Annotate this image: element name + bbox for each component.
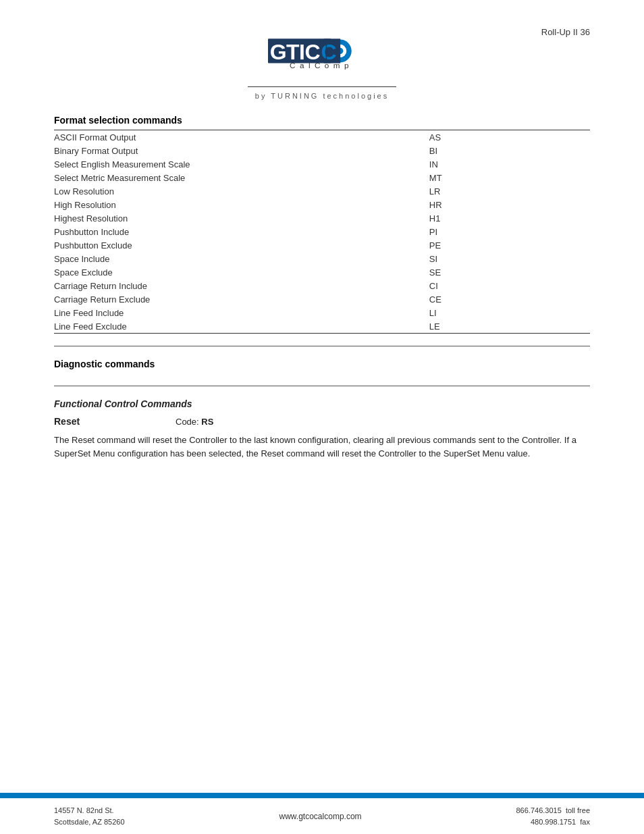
table-row: Space Exclude SE bbox=[54, 265, 590, 279]
footer-phone-fax-number: 480.998.1751 bbox=[531, 818, 576, 826]
cmd-label: Line Feed Include bbox=[54, 306, 429, 319]
cmd-label: Carriage Return Include bbox=[54, 279, 429, 292]
cmd-label: Select Metric Measurement Scale bbox=[54, 171, 429, 184]
divider-after-format bbox=[54, 346, 590, 346]
cmd-label: Select English Measurement Scale bbox=[54, 157, 429, 171]
footer-phone-main-number: 866.746.3015 bbox=[516, 806, 562, 814]
table-row: Select English Measurement Scale IN bbox=[54, 157, 590, 171]
footer-phone-main: 866.746.3015 toll free bbox=[516, 805, 591, 816]
cmd-label: Pushbutton Exclude bbox=[54, 238, 429, 252]
cmd-label: High Resolution bbox=[54, 198, 429, 211]
footer-phone-fax: 480.998.1751 fax bbox=[516, 816, 591, 828]
table-row: Low Resolution LR bbox=[54, 184, 590, 198]
cmd-code: BI bbox=[429, 144, 590, 157]
diagnostic-section: Diagnostic commands bbox=[54, 359, 590, 373]
table-row: ASCII Format Output AS bbox=[54, 130, 590, 145]
table-row: Binary Format Output BI bbox=[54, 144, 590, 157]
footer-address: 14557 N. 82nd St. Scottsdale, AZ 85260 bbox=[54, 805, 125, 827]
reset-row: Reset Code: RS bbox=[54, 416, 590, 427]
cmd-code: H1 bbox=[429, 211, 590, 225]
footer-website: www.gtcocalcomp.com bbox=[279, 812, 362, 821]
cmd-code: MT bbox=[429, 171, 590, 184]
table-row: Line Feed Exclude LE bbox=[54, 319, 590, 334]
cmd-label: Line Feed Exclude bbox=[54, 319, 429, 334]
cmd-code: IN bbox=[429, 157, 590, 171]
cmd-label: Low Resolution bbox=[54, 184, 429, 198]
footer-address-line1: 14557 N. 82nd St. bbox=[54, 805, 125, 816]
footer-blue-bar bbox=[0, 793, 644, 798]
diagnostic-section-title: Diagnostic commands bbox=[54, 359, 590, 369]
cmd-code: SE bbox=[429, 265, 590, 279]
cmd-label: Binary Format Output bbox=[54, 144, 429, 157]
page-number: Roll-Up II 36 bbox=[541, 27, 590, 37]
table-row: Pushbutton Exclude PE bbox=[54, 238, 590, 252]
cmd-code: LI bbox=[429, 306, 590, 319]
format-commands-table: ASCII Format Output AS Binary Format Out… bbox=[54, 130, 590, 334]
cmd-label: ASCII Format Output bbox=[54, 130, 429, 145]
cmd-label: Pushbutton Include bbox=[54, 225, 429, 238]
table-row: Carriage Return Exclude CE bbox=[54, 292, 590, 306]
logo-divider bbox=[248, 86, 396, 87]
reset-code-value: RS bbox=[201, 417, 213, 427]
footer-bar: 14557 N. 82nd St. Scottsdale, AZ 85260 w… bbox=[0, 798, 644, 834]
cmd-code: AS bbox=[429, 130, 590, 145]
page: Roll-Up II 36 GTICCC a l C o m p by TURN… bbox=[0, 0, 644, 834]
table-row: High Resolution HR bbox=[54, 198, 590, 211]
cmd-label: Carriage Return Exclude bbox=[54, 292, 429, 306]
content: Roll-Up II 36 GTICCC a l C o m p by TURN… bbox=[0, 0, 644, 793]
logo-tagline: by TURNING technologies bbox=[255, 92, 389, 100]
cmd-code: CE bbox=[429, 292, 590, 306]
footer-phone: 866.746.3015 toll free 480.998.1751 fax bbox=[516, 805, 591, 827]
table-row: Space Include SI bbox=[54, 252, 590, 265]
cmd-code: PI bbox=[429, 225, 590, 238]
cmd-code: LR bbox=[429, 184, 590, 198]
reset-description: The Reset command will reset the Control… bbox=[54, 434, 590, 461]
footer-phone-main-label: toll free bbox=[566, 806, 590, 814]
cmd-code: LE bbox=[429, 319, 590, 334]
table-row: Pushbutton Include PI bbox=[54, 225, 590, 238]
cmd-code: PE bbox=[429, 238, 590, 252]
format-selection-section: Format selection commands ASCII Format O… bbox=[54, 115, 590, 334]
cmd-code: SI bbox=[429, 252, 590, 265]
footer-phone-fax-label: fax bbox=[580, 818, 590, 826]
cmd-label: Space Exclude bbox=[54, 265, 429, 279]
table-row: Line Feed Include LI bbox=[54, 306, 590, 319]
functional-section: Functional Control Commands Reset Code: … bbox=[54, 398, 590, 471]
table-row: Highest Resolution H1 bbox=[54, 211, 590, 225]
table-row: Select Metric Measurement Scale MT bbox=[54, 171, 590, 184]
reset-code: Code: RS bbox=[176, 417, 213, 427]
gtco-calcomp-logo: GTICCC a l C o m p bbox=[268, 27, 376, 81]
cmd-label: Highest Resolution bbox=[54, 211, 429, 225]
logo-area: GTICCC a l C o m p by TURNING technologi… bbox=[54, 27, 590, 100]
svg-text:C a l C o m p: C a l C o m p bbox=[290, 61, 350, 70]
reset-label: Reset bbox=[54, 416, 176, 427]
cmd-code: HR bbox=[429, 198, 590, 211]
reset-code-prefix: Code: bbox=[176, 417, 201, 427]
format-section-title: Format selection commands bbox=[54, 115, 590, 126]
cmd-code: CI bbox=[429, 279, 590, 292]
functional-section-title: Functional Control Commands bbox=[54, 398, 590, 409]
divider-after-diagnostic bbox=[54, 386, 590, 386]
footer-address-line2: Scottsdale, AZ 85260 bbox=[54, 816, 125, 828]
cmd-label: Space Include bbox=[54, 252, 429, 265]
table-row: Carriage Return Include CI bbox=[54, 279, 590, 292]
